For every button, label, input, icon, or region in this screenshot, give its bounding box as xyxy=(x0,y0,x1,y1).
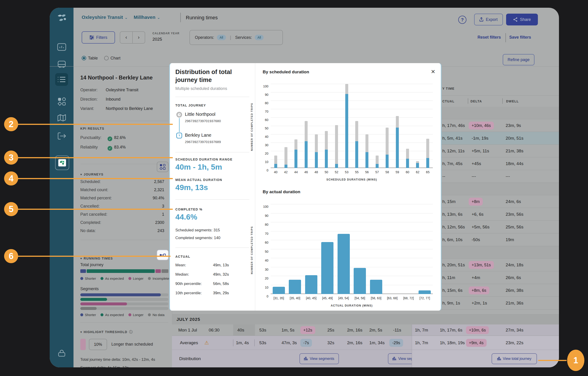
table-row[interactable]: h, 13m, 6s+6, 6s23m, 56s xyxy=(441,208,559,221)
table-row[interactable]: h, 15m+8m24m, 6s xyxy=(441,195,559,208)
pinned-divider xyxy=(412,324,412,367)
table-row[interactable]: h, 6m, 10s-50s19m xyxy=(441,233,559,246)
bar-slot xyxy=(311,84,321,168)
col-divider xyxy=(468,98,468,104)
map-icon[interactable] xyxy=(57,113,67,123)
column-header-delta[interactable]: DELTA xyxy=(471,100,482,103)
table-row[interactable]: h, 11m+4m26m, 6s xyxy=(441,271,559,284)
cell-actual: h, 12m, 56s xyxy=(442,225,465,230)
x-tick-label: 55 xyxy=(352,170,362,174)
breadcrumb-divider xyxy=(180,13,181,22)
calendar-year-value[interactable]: 2025 xyxy=(152,37,162,42)
total-journey-label: Total journey xyxy=(80,263,104,267)
delta-chip: +8m xyxy=(469,198,483,206)
breadcrumb-operator[interactable]: Oxleyshire Transit⌄ xyxy=(82,14,128,20)
mad-value: 49m, 13s xyxy=(175,183,208,192)
table-row[interactable]: h, 12m, 11s+5m, 11s21m, 38s xyxy=(441,145,559,157)
journeys-header[interactable]: ▾ JOURNEYS xyxy=(80,173,104,176)
close-icon[interactable]: ✕ xyxy=(431,68,435,75)
cell-delta: -50s xyxy=(469,237,480,242)
bar-slot xyxy=(402,84,413,168)
radio-table[interactable]: Table xyxy=(82,56,98,61)
shapes-icon xyxy=(160,164,166,170)
legend-dot-icon xyxy=(80,277,83,280)
bar-slot xyxy=(303,204,319,294)
app-green-icon[interactable] xyxy=(55,155,69,170)
x-tick-label: [63, 68] xyxy=(384,296,401,300)
cell-delta: --- xyxy=(469,174,476,179)
table-row[interactable]: h, 7m, 45s+45s18m, 44s xyxy=(441,157,559,170)
bar-slot xyxy=(392,84,402,168)
threshold-input[interactable]: 10% xyxy=(89,339,107,350)
bar-segment-completed xyxy=(416,163,419,168)
legend-item: As expected xyxy=(101,276,124,280)
warning-icon: ⚠ xyxy=(204,340,209,346)
table-row[interactable]: h, 5m, 41s-1m, 19s20m, 51s xyxy=(441,132,559,145)
segments-link-button[interactable] xyxy=(157,250,168,260)
bar-slot xyxy=(384,204,401,294)
table-row[interactable]: h, 17m, 46s+10m, 46s23m, 9s xyxy=(441,119,559,132)
bus-icon[interactable] xyxy=(57,59,67,69)
journeys-row: No data:243 xyxy=(80,228,168,233)
caret-down-icon: ▾ xyxy=(80,256,82,260)
bar-segment-completed xyxy=(396,128,399,168)
table-row[interactable]: h, 15m, 6s+8m, 6s26m, 38s xyxy=(441,284,559,297)
lock-icon[interactable] xyxy=(57,348,67,358)
shapes-icon[interactable] xyxy=(57,97,67,107)
breadcrumb-region[interactable]: Millhaven⌄ xyxy=(134,14,160,20)
table-row[interactable]: h, 20m, 51s+13m, 51s24m, 18s xyxy=(441,259,559,271)
legend-label: Longer xyxy=(133,313,144,317)
cell-dwell: 26m, 38s xyxy=(506,288,523,293)
summary-block: JULY 2025 Mon 1 Jul06:3040s53s1m, 5s+12s… xyxy=(172,314,559,367)
actual-stat-row: Mean:49m, 13s xyxy=(175,263,250,267)
operators-all-chip: All xyxy=(217,35,226,40)
scope-filter-box[interactable]: Operators: All | Services: All xyxy=(189,30,283,45)
chevron-right-icon[interactable]: › xyxy=(133,32,145,43)
view-total-journey-button[interactable]: View total journey xyxy=(492,353,537,364)
x-tick-label: [40, 45] xyxy=(303,296,319,300)
info-icon[interactable]: ⓘ xyxy=(129,330,133,334)
journeys-row-label: Matched percent: xyxy=(80,196,112,200)
chevron-down-icon: ⌄ xyxy=(125,15,128,20)
segment-bar-track xyxy=(80,307,168,310)
summary-cell: Averages xyxy=(180,340,198,345)
view-segments-button[interactable]: View segments xyxy=(299,353,339,364)
bar-segment-completed xyxy=(305,141,308,168)
bar-segment-incomplete xyxy=(396,116,399,128)
journeys-row: Matched percent:90.4% xyxy=(80,196,168,200)
completed-value: 44.6% xyxy=(175,212,197,221)
radio-chart[interactable]: Chart xyxy=(104,56,120,61)
cell-delta: -1m, 19s xyxy=(469,136,488,141)
total-journey-section-label: TOTAL JOURNEY xyxy=(175,104,206,107)
page-title: Running times xyxy=(186,15,218,21)
table-row[interactable]: h, 9m, 1s+2m, 1s21m, 36s xyxy=(441,297,559,310)
summary-cell: 1m, 5s xyxy=(282,328,294,333)
stop-name: Little Northpool xyxy=(185,112,216,117)
summary-cell: 1h, 17m, 6s xyxy=(440,328,462,333)
radio-selected-icon xyxy=(82,56,86,60)
delta-chip: +12s xyxy=(300,326,315,334)
cell-actual: h, 11m xyxy=(442,275,455,280)
bar-segment-completed xyxy=(274,164,277,168)
averages-row[interactable]: Averages⚠1m, 4s53s47m, 3s-7s32s2m, 16s1m… xyxy=(172,336,559,350)
filters-button[interactable]: Filters xyxy=(82,31,115,44)
table-row[interactable]: h, 12m, 56s+5m, 56s25m, 56s xyxy=(441,221,559,233)
bar-segment-completed xyxy=(366,152,368,168)
logout-icon[interactable] xyxy=(57,131,67,141)
bar-chart-icon[interactable] xyxy=(57,42,67,52)
table-row[interactable]: -------- xyxy=(441,170,559,183)
legend-dot-icon xyxy=(148,313,151,316)
column-header-dwell[interactable]: DWELL xyxy=(506,100,519,103)
journeys-matrix-button[interactable] xyxy=(157,162,168,172)
list-icon[interactable] xyxy=(57,75,67,84)
running-times-header[interactable]: ▾ RUNNING TIMES xyxy=(80,256,113,260)
column-header-actual[interactable]: CTUAL xyxy=(442,100,454,103)
bar-slot xyxy=(372,84,382,168)
bar-segment-incomplete xyxy=(355,121,358,141)
highlight-threshold-header[interactable]: ▾ HIGHLIGHT THRESHOLD ⓘ xyxy=(80,330,133,334)
x-tick-label: [35, 40] xyxy=(287,296,303,300)
chevron-left-icon[interactable]: ‹ xyxy=(120,32,133,43)
bar-segment-incomplete xyxy=(284,147,287,165)
journey-row[interactable]: Mon 1 Jul06:3040s53s1m, 5s+12s25s2m, 16s… xyxy=(172,324,559,336)
view-segments-button-2[interactable]: View segments xyxy=(388,353,412,364)
